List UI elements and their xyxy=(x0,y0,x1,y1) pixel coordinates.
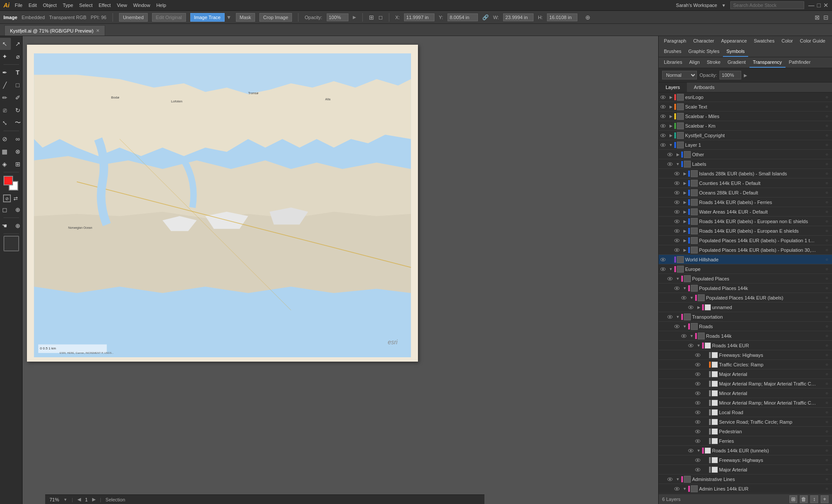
opacity-arrow[interactable]: ▶ xyxy=(353,15,356,20)
layer-visibility-toggle[interactable] xyxy=(673,207,681,217)
selection-tool[interactable]: ↖ xyxy=(0,38,11,50)
layer-visibility-toggle[interactable] xyxy=(673,484,681,494)
layer-row[interactable]: ▶Water Areas 144k EUR - Default○ xyxy=(659,207,832,217)
layer-lock-btn[interactable] xyxy=(816,417,823,427)
type-tool[interactable]: T xyxy=(12,66,23,79)
minimize-btn[interactable]: — xyxy=(809,2,815,9)
layer-options-btn[interactable]: ○ xyxy=(823,226,830,236)
image-trace-dropdown-icon[interactable]: ▼ xyxy=(226,14,232,20)
layer-lock-btn[interactable] xyxy=(816,169,823,178)
layer-options-btn[interactable]: ○ xyxy=(823,102,830,112)
layer-visibility-toggle[interactable] xyxy=(693,465,702,474)
layer-expand-btn[interactable]: ▶ xyxy=(681,207,688,217)
layer-row[interactable]: Local Road○ xyxy=(659,408,832,417)
menu-effect[interactable]: Effect xyxy=(99,3,111,8)
layer-row[interactable]: ▶Scalebar - Miles○ xyxy=(659,112,832,121)
menu-window[interactable]: Window xyxy=(133,3,150,8)
layer-expand-btn[interactable]: ▼ xyxy=(695,446,702,455)
layer-visibility-toggle[interactable] xyxy=(666,150,674,159)
tab-swatches[interactable]: Swatches xyxy=(750,36,778,46)
layer-options-btn[interactable]: ○ xyxy=(823,360,830,369)
layer-expand-btn[interactable]: ▼ xyxy=(688,293,695,303)
layer-row[interactable]: ▼Roads 144k EUR (tunnels)○ xyxy=(659,446,832,455)
layer-row[interactable]: ▼Populated Places○ xyxy=(659,274,832,283)
stock-search-input[interactable] xyxy=(730,1,804,9)
layer-lock-btn[interactable] xyxy=(816,226,823,236)
layer-lock-btn[interactable] xyxy=(816,436,823,446)
layer-visibility-toggle[interactable] xyxy=(673,226,681,236)
layer-visibility-toggle[interactable] xyxy=(666,159,674,169)
layer-options-btn[interactable]: ○ xyxy=(823,341,830,350)
layer-row[interactable]: Major Arterial Ramp; Major Arterial Traf… xyxy=(659,379,832,389)
layer-lock-btn[interactable] xyxy=(816,198,823,207)
layer-row[interactable]: ▶Populated Places 144k EUR (labels) - Po… xyxy=(659,245,832,255)
layer-lock-btn[interactable] xyxy=(816,303,823,312)
layer-options-btn[interactable]: ○ xyxy=(823,217,830,226)
layer-options-btn[interactable]: ○ xyxy=(823,92,830,102)
layer-expand-btn[interactable]: ▼ xyxy=(681,484,688,494)
layer-visibility-toggle[interactable] xyxy=(659,140,667,150)
layer-options-btn[interactable]: ○ xyxy=(823,427,830,436)
layer-visibility-toggle[interactable] xyxy=(693,398,702,408)
layer-lock-btn[interactable] xyxy=(816,322,823,331)
layer-options-btn[interactable]: ○ xyxy=(823,264,830,274)
layer-visibility-toggle[interactable] xyxy=(659,102,667,112)
layer-options-btn[interactable]: ○ xyxy=(823,198,830,207)
artboards-tab[interactable]: Artboards xyxy=(687,82,722,92)
layer-expand-btn[interactable]: ▶ xyxy=(681,245,688,255)
layer-row[interactable]: Ferries○ xyxy=(659,436,832,446)
pen-tool[interactable]: ✒ xyxy=(0,66,11,79)
layer-row[interactable]: ▶Scale Text○ xyxy=(659,102,832,112)
line-tool[interactable]: ╱ xyxy=(0,79,11,91)
opacity-input[interactable] xyxy=(327,13,348,21)
layer-expand-btn[interactable]: ▶ xyxy=(667,131,674,140)
fit-artboard-icon[interactable]: ⊠ xyxy=(815,14,820,21)
layer-expand-btn[interactable]: ▶ xyxy=(681,236,688,245)
layer-visibility-toggle[interactable] xyxy=(673,217,681,226)
pencil-tool[interactable]: ✐ xyxy=(12,92,23,104)
layer-row[interactable]: ▼Layer 1○ xyxy=(659,140,832,150)
doc-tab[interactable]: Kystfjell.ai @ 71% (RGB/GPU Preview) ✕ xyxy=(4,25,105,36)
swap-colors-btn[interactable]: ⇄ xyxy=(12,194,20,202)
tab-brushes[interactable]: Brushes xyxy=(660,46,685,57)
layer-lock-btn[interactable] xyxy=(816,188,823,198)
layer-options-btn[interactable]: ○ xyxy=(823,112,830,121)
layer-expand-btn[interactable]: ▶ xyxy=(667,92,674,102)
layer-row[interactable]: Traffic Circles: Ramp○ xyxy=(659,360,832,369)
paintbrush-tool[interactable]: ✏ xyxy=(0,92,11,104)
layer-expand-btn[interactable]: ▶ xyxy=(681,169,688,178)
mask-btn[interactable]: Mask xyxy=(236,13,255,22)
layer-options-btn[interactable]: ○ xyxy=(823,312,830,322)
layer-row[interactable]: ▶Populated Places 144k EUR (labels) - Po… xyxy=(659,236,832,245)
layer-expand-btn[interactable]: ▶ xyxy=(681,226,688,236)
layer-lock-btn[interactable] xyxy=(816,140,823,150)
w-input[interactable] xyxy=(503,13,534,21)
layer-row[interactable]: World Hillshade○ xyxy=(659,255,832,264)
layer-options-btn[interactable]: ○ xyxy=(823,389,830,398)
scale-tool[interactable]: ⤡ xyxy=(0,117,11,129)
layer-lock-btn[interactable] xyxy=(816,369,823,379)
layer-row[interactable]: ▼Labels○ xyxy=(659,159,832,169)
zoom-dropdown[interactable]: ▼ xyxy=(63,497,67,502)
layer-options-btn[interactable]: ○ xyxy=(823,245,830,255)
layer-options-btn[interactable]: ○ xyxy=(823,169,830,178)
layer-row[interactable]: Service Road; Traffic Circle; Ramp○ xyxy=(659,417,832,427)
layer-visibility-toggle[interactable] xyxy=(686,446,695,455)
layer-lock-btn[interactable] xyxy=(816,484,823,494)
layer-expand-btn[interactable]: ▶ xyxy=(681,188,688,198)
layer-expand-btn[interactable]: ▼ xyxy=(681,322,688,331)
y-input[interactable] xyxy=(447,13,478,21)
layer-lock-btn[interactable] xyxy=(816,341,823,350)
layer-expand-btn[interactable]: ▼ xyxy=(681,283,688,293)
layer-row[interactable]: ▶Roads 144k EUR (labels) - European non … xyxy=(659,217,832,226)
layer-options-btn[interactable]: ○ xyxy=(823,408,830,417)
layer-row[interactable]: Pedestrian○ xyxy=(659,427,832,436)
tab-pathfinder[interactable]: Pathfinder xyxy=(786,57,814,68)
layer-row[interactable]: ▶Scalebar - Km○ xyxy=(659,121,832,131)
layer-options-btn[interactable]: ○ xyxy=(823,255,830,264)
tab-paragraph[interactable]: Paragraph xyxy=(660,36,689,46)
delete-layer-btn[interactable]: 🗑 xyxy=(800,495,808,503)
layer-options-btn[interactable]: ○ xyxy=(823,322,830,331)
layer-row[interactable]: ▶Counties 144k EUR - Default○ xyxy=(659,178,832,188)
layer-options-btn[interactable]: ○ xyxy=(823,178,830,188)
